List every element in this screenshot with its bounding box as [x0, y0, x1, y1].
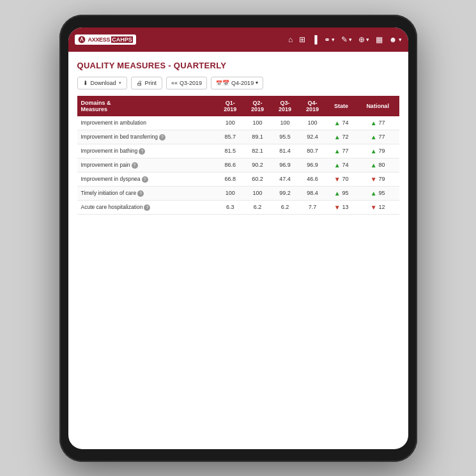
home-nav-icon[interactable]: ⌂ [288, 35, 293, 44]
print-button[interactable]: Print [131, 77, 163, 89]
help-icon-2[interactable]: ? [139, 148, 145, 155]
cell-q1-2: 81.5 [217, 144, 244, 158]
q4-label: Q4-2019 [231, 80, 254, 86]
toolbar: Download ▾ Print « Q3-2019 📅 Q4-2019 ▾ [77, 77, 399, 89]
col-state: State [326, 96, 356, 116]
national-arrow-4: ▼ [371, 176, 377, 183]
download-label: Download [91, 80, 116, 86]
svg-point-1 [81, 37, 82, 38]
national-arrow-5: ▲ [371, 190, 377, 197]
state-arrow-2: ▲ [334, 148, 341, 155]
help-icon-6[interactable]: ? [144, 204, 150, 211]
cell-q1-6: 6.3 [217, 200, 244, 214]
main-content: QUALITY MEASURES - QUARTERLY Download ▾ … [68, 52, 408, 449]
cell-label-5: Timely initiation of care? [77, 186, 217, 200]
cell-national-5: ▲95 [357, 186, 399, 200]
cell-q3-6: 6.2 [272, 200, 299, 214]
cell-label-2: Improvement in bathing? [77, 144, 217, 158]
col-q3: Q3-2019 [272, 96, 299, 116]
state-arrow-5: ▲ [334, 190, 341, 197]
table-row: Improvement in bathing?81.582.181.480.7▲… [77, 144, 399, 158]
national-arrow-0: ▲ [371, 119, 377, 127]
col-q2: Q2-2019 [244, 96, 272, 116]
cell-state-3: ▲74 [326, 158, 356, 172]
download-icon [83, 80, 88, 86]
cell-q2-3: 90.2 [244, 158, 272, 172]
table-wrapper: Domains &Measures Q1-2019 Q2-2019 Q3-201… [77, 96, 399, 215]
cell-label-4: Improvement in dyspnea? [77, 172, 217, 186]
navbar-brand: AXXESS CAHPS [75, 35, 136, 45]
national-arrow-3: ▲ [371, 162, 377, 169]
cell-q1-0: 100 [217, 116, 244, 130]
cell-state-5: ▲95 [326, 186, 356, 200]
q4-chevron-icon: ▾ [256, 80, 258, 86]
cell-q3-2: 81.4 [272, 144, 299, 158]
cell-q3-3: 96.9 [272, 158, 299, 172]
table-row: Acute care hospitalization?6.36.26.27.7▼… [77, 200, 399, 214]
state-arrow-0: ▲ [334, 119, 341, 127]
quality-measures-table: Domains &Measures Q1-2019 Q2-2019 Q3-201… [77, 96, 399, 215]
cell-q4-1: 92.4 [299, 130, 326, 144]
cell-q4-3: 96.9 [299, 158, 326, 172]
cell-state-6: ▼13 [326, 200, 356, 214]
cell-q1-4: 66.8 [217, 172, 244, 186]
cell-q3-0: 100 [272, 116, 299, 130]
brand-logo-icon [78, 36, 86, 43]
table-row: Timely initiation of care?10010099.298.4… [77, 186, 399, 200]
cell-q4-5: 98.4 [299, 186, 326, 200]
cell-national-2: ▲79 [357, 144, 399, 158]
cell-national-3: ▲80 [357, 158, 399, 172]
help-icon-3[interactable]: ? [132, 162, 138, 169]
cell-q3-4: 47.4 [272, 172, 299, 186]
cell-national-4: ▼79 [357, 172, 399, 186]
cell-q4-0: 100 [299, 116, 326, 130]
cell-q2-2: 82.1 [244, 144, 272, 158]
nav-icons: ⌂ ⊞ ▐ ⚭▾ ✎▾ ⊕▾ ▦ ☻▾ [142, 35, 402, 44]
q3-period-badge[interactable]: « Q3-2019 [166, 77, 207, 89]
cell-state-4: ▼70 [326, 172, 356, 186]
cell-q4-4: 46.6 [299, 172, 326, 186]
q3-label: Q3-2019 [180, 80, 202, 86]
cell-q1-5: 100 [217, 186, 244, 200]
table-row: Improvement in ambulation100100100100▲74… [77, 116, 399, 130]
cell-label-6: Acute care hospitalization? [77, 200, 217, 214]
cell-national-6: ▼12 [357, 200, 399, 214]
calendar-nav-icon[interactable]: ▦ [376, 35, 383, 44]
cell-label-0: Improvement in ambulation [77, 116, 217, 130]
col-q4: Q4-2019 [299, 96, 326, 116]
cell-q4-2: 80.7 [299, 144, 326, 158]
state-arrow-6: ▼ [334, 204, 341, 211]
copy-nav-icon[interactable]: ⊞ [299, 35, 305, 44]
cell-q2-4: 60.2 [244, 172, 272, 186]
globe-nav-icon[interactable]: ⊕▾ [358, 35, 369, 44]
cell-q2-1: 89.1 [244, 130, 272, 144]
help-icon-4[interactable]: ? [142, 176, 148, 183]
wrench-nav-icon[interactable]: ✎▾ [341, 35, 352, 44]
chart-nav-icon[interactable]: ▐ [312, 35, 318, 44]
person-nav-icon[interactable]: ☻▾ [389, 35, 402, 44]
q4-calendar-icon: 📅 [216, 80, 229, 86]
download-button[interactable]: Download ▾ [77, 77, 127, 89]
navbar: AXXESS CAHPS ⌂ ⊞ ▐ ⚭▾ ✎▾ ⊕▾ ▦ ☻▾ [68, 27, 408, 52]
cell-q2-5: 100 [244, 186, 272, 200]
national-arrow-2: ▲ [371, 148, 377, 155]
help-icon-5[interactable]: ? [137, 190, 144, 197]
q4-period-badge[interactable]: 📅 Q4-2019 ▾ [211, 77, 263, 89]
table-row: Improvement in pain?86.690.296.996.9▲74▲… [77, 158, 399, 172]
tablet-screen: AXXESS CAHPS ⌂ ⊞ ▐ ⚭▾ ✎▾ ⊕▾ ▦ ☻▾ [68, 27, 408, 449]
print-label: Print [145, 80, 157, 86]
tablet-frame: AXXESS CAHPS ⌂ ⊞ ▐ ⚭▾ ✎▾ ⊕▾ ▦ ☻▾ [59, 15, 417, 462]
page-title: QUALITY MEASURES - QUARTERLY [77, 61, 399, 70]
q3-chevron-icon: « [171, 80, 178, 86]
cell-state-0: ▲74 [326, 116, 356, 130]
cell-q3-5: 99.2 [272, 186, 299, 200]
cell-state-1: ▲72 [326, 130, 356, 144]
national-arrow-6: ▼ [371, 204, 377, 211]
print-icon [137, 80, 142, 86]
state-arrow-1: ▲ [334, 134, 341, 141]
cell-q4-6: 7.7 [299, 200, 326, 214]
group-nav-icon[interactable]: ⚭▾ [324, 35, 335, 44]
state-arrow-4: ▼ [334, 176, 341, 183]
brand-logo: AXXESS CAHPS [75, 35, 136, 45]
help-icon-1[interactable]: ? [159, 134, 165, 141]
